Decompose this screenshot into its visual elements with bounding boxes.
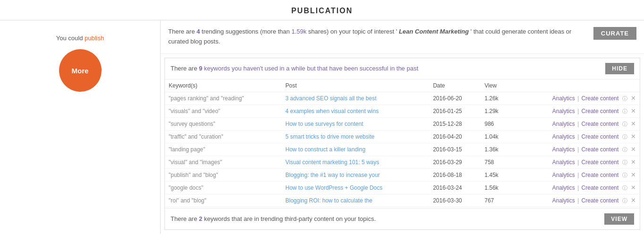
- create-content-link[interactable]: Create content: [582, 184, 619, 191]
- view-cell: 1.36k: [481, 143, 511, 156]
- post-cell[interactable]: How to use surveys for content: [282, 117, 429, 130]
- hide-button[interactable]: HIDE: [605, 63, 634, 74]
- close-icon[interactable]: ✕: [631, 120, 636, 127]
- create-content-link[interactable]: Create content: [582, 121, 619, 127]
- keyword-cell: "visual" and "images": [165, 156, 282, 168]
- trending-prefix: There are: [168, 28, 197, 35]
- analytics-link[interactable]: Analytics: [552, 184, 575, 191]
- keyword-cell: "google docs": [165, 181, 282, 194]
- create-content-link[interactable]: Create content: [582, 108, 619, 114]
- col-keyword: Keyword(s): [165, 79, 282, 92]
- info-icon[interactable]: ⓘ: [622, 96, 627, 101]
- date-cell: 2016-03-15: [429, 143, 481, 156]
- post-cell[interactable]: Visual content marketing 101: 5 ways: [282, 156, 429, 168]
- view-cell: 767: [481, 194, 511, 207]
- keyword-cell: "survey questions": [165, 117, 282, 130]
- view-cell: 1.26k: [481, 92, 511, 105]
- trending-banner: There are 4 trending suggestions (more t…: [161, 20, 644, 54]
- info-icon[interactable]: ⓘ: [622, 147, 627, 152]
- table-row: "landing page" How to construct a killer…: [165, 143, 640, 156]
- trending-text: There are 4 trending suggestions (more t…: [168, 27, 586, 47]
- table-row: "roi" and "blog" Blogging ROI: how to ca…: [165, 194, 640, 207]
- kh-text: keywords you haven't used in a while but…: [204, 65, 418, 72]
- analytics-link[interactable]: Analytics: [552, 159, 575, 166]
- table-row: "google docs" How to use WordPress + Goo…: [165, 181, 640, 194]
- actions-cell: Analytics | Create content ⓘ ✕: [511, 130, 640, 143]
- analytics-link[interactable]: Analytics: [552, 172, 575, 178]
- post-cell[interactable]: 3 advanced SEO signals all the best: [282, 92, 429, 105]
- table-row: "traffic" and "curation" 5 smart tricks …: [165, 130, 640, 143]
- analytics-link[interactable]: Analytics: [552, 108, 575, 114]
- trending-mid2: shares) on your topic of interest ': [308, 28, 397, 35]
- close-icon[interactable]: ✕: [631, 171, 636, 178]
- actions-cell: Analytics | Create content ⓘ ✕: [511, 156, 640, 168]
- view-cell: 1.56k: [481, 181, 511, 194]
- close-icon[interactable]: ✕: [631, 133, 636, 140]
- analytics-link[interactable]: Analytics: [552, 121, 575, 127]
- actions-cell: Analytics | Create content ⓘ ✕: [511, 168, 640, 181]
- pipe-separator: |: [577, 121, 579, 127]
- col-date: Date: [429, 79, 481, 92]
- post-cell[interactable]: Blogging ROI: how to calculate the: [282, 194, 429, 207]
- table-row: "survey questions" How to use surveys fo…: [165, 117, 640, 130]
- info-icon[interactable]: ⓘ: [622, 134, 627, 140]
- info-icon[interactable]: ⓘ: [622, 185, 627, 191]
- create-content-link[interactable]: Create content: [582, 133, 619, 140]
- analytics-link[interactable]: Analytics: [552, 95, 575, 102]
- close-icon[interactable]: ✕: [631, 197, 636, 204]
- actions-cell: Analytics | Create content ⓘ ✕: [511, 194, 640, 207]
- pipe-separator: |: [577, 133, 579, 140]
- close-icon[interactable]: ✕: [631, 146, 636, 153]
- pipe-separator: |: [577, 172, 579, 178]
- create-content-link[interactable]: Create content: [582, 172, 619, 178]
- table-row: "publish" and "blog" Blogging: the #1 wa…: [165, 168, 640, 181]
- trending-footer: There are 2 keywords that are in trendin…: [165, 208, 640, 229]
- create-content-link[interactable]: Create content: [582, 197, 619, 204]
- pipe-separator: |: [577, 108, 579, 114]
- create-content-link[interactable]: Create content: [582, 146, 619, 153]
- keyword-cell: "traffic" and "curation": [165, 130, 282, 143]
- post-cell[interactable]: How to use WordPress + Google Docs: [282, 181, 429, 194]
- create-content-link[interactable]: Create content: [582, 95, 619, 102]
- post-cell[interactable]: How to construct a killer landing: [282, 143, 429, 156]
- info-icon[interactable]: ⓘ: [622, 159, 627, 165]
- tf-suffix: keywords that are in trending third-part…: [204, 215, 376, 222]
- info-icon[interactable]: ⓘ: [622, 198, 627, 203]
- curate-button[interactable]: CURATE: [593, 27, 636, 40]
- keyword-cell: "landing page": [165, 143, 282, 156]
- keywords-table: Keyword(s) Post Date View "pages ranking…: [165, 79, 640, 207]
- close-icon[interactable]: ✕: [631, 107, 636, 114]
- date-cell: 2016-08-18: [429, 168, 481, 181]
- info-icon[interactable]: ⓘ: [622, 172, 627, 178]
- pipe-separator: |: [577, 159, 579, 166]
- kh-count: 9: [199, 65, 202, 72]
- close-icon[interactable]: ✕: [631, 158, 636, 166]
- more-button[interactable]: More: [59, 49, 102, 92]
- keywords-section: There are 9 keywords you haven't used in…: [164, 58, 640, 230]
- info-icon[interactable]: ⓘ: [622, 108, 627, 114]
- post-cell[interactable]: 5 smart tricks to drive more website: [282, 130, 429, 143]
- pipe-separator: |: [577, 197, 579, 204]
- info-icon[interactable]: ⓘ: [622, 121, 627, 127]
- trending-mid: trending suggestions (more than: [202, 28, 292, 35]
- view-cell: 986: [481, 117, 511, 130]
- close-icon[interactable]: ✕: [631, 95, 636, 102]
- main-layout: You could publish More There are 4 trend…: [0, 20, 644, 234]
- analytics-link[interactable]: Analytics: [552, 146, 575, 153]
- post-cell[interactable]: 4 examples when visual content wins: [282, 105, 429, 117]
- close-icon[interactable]: ✕: [631, 184, 636, 191]
- sidebar: You could publish More: [0, 20, 161, 234]
- trending-count: 4: [197, 28, 200, 35]
- post-cell[interactable]: Blogging: the #1 way to increase your: [282, 168, 429, 181]
- sidebar-label: You could publish: [56, 35, 104, 42]
- analytics-link[interactable]: Analytics: [552, 133, 575, 140]
- view-button[interactable]: VIEW: [604, 213, 634, 225]
- create-content-link[interactable]: Create content: [582, 159, 619, 166]
- analytics-link[interactable]: Analytics: [552, 197, 575, 204]
- actions-cell: Analytics | Create content ⓘ ✕: [511, 92, 640, 105]
- actions-cell: Analytics | Create content ⓘ ✕: [511, 117, 640, 130]
- actions-cell: Analytics | Create content ⓘ ✕: [511, 105, 640, 117]
- date-cell: 2015-12-28: [429, 117, 481, 130]
- pipe-separator: |: [577, 184, 579, 191]
- date-cell: 2016-04-20: [429, 130, 481, 143]
